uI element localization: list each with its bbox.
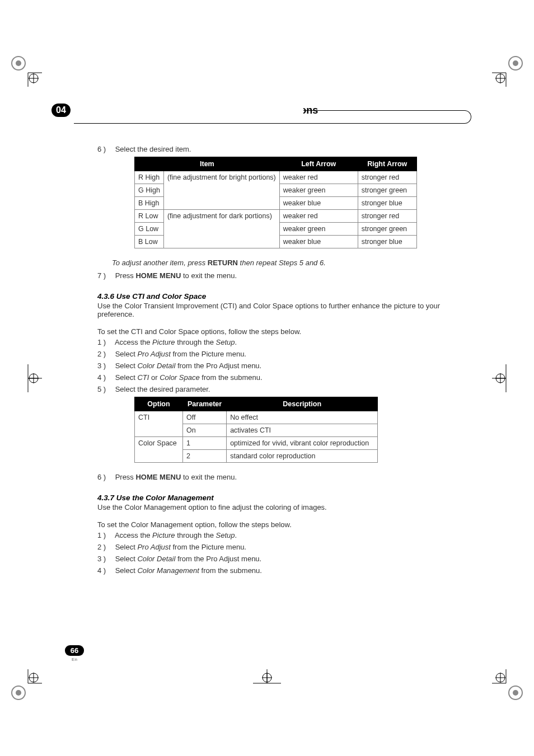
page-footer: 66 En <box>63 645 86 662</box>
table-header: Option <box>135 397 183 411</box>
crop-mark-icon <box>8 669 42 703</box>
table-row: R Low (fine adjustment for dark portions… <box>135 210 417 223</box>
step-1: 1 ) Access the Picture through the Setup… <box>97 531 471 539</box>
table-header: Left Arrow <box>279 157 358 171</box>
step-number: 6 ) <box>97 145 113 153</box>
section-heading-436: 4.3.6 Use CTI and Color Space <box>97 292 471 300</box>
svg-point-22 <box>513 690 518 696</box>
cti-colorspace-table: Option Parameter Description CTI Off No … <box>134 397 378 463</box>
table-header: Right Arrow <box>358 157 416 171</box>
crop-mark-icon <box>492 669 526 703</box>
step-5: 5 ) Select the desired parameter. <box>97 385 471 393</box>
step-4: 4 ) Select Color Management from the sub… <box>97 566 471 575</box>
svg-point-8 <box>513 60 518 66</box>
step-3: 3 ) Select Color Detail from the Pro Adj… <box>97 555 471 563</box>
step-2: 2 ) Select Pro Adjust from the Picture m… <box>97 350 471 358</box>
step-number: 7 ) <box>97 271 113 280</box>
rgb-adjustment-table: Item Left Arrow Right Arrow R High (fine… <box>134 157 417 248</box>
section-intro: Use the Color Management option to fine … <box>97 503 471 511</box>
table-row: Color Space 1 optimized for vivid, vibra… <box>135 437 378 450</box>
step-7: 7 ) Press HOME MENU to exit the menu. <box>97 271 471 280</box>
section-lead: To set the Color Management option, foll… <box>97 520 471 529</box>
step-6b: 6 ) Press HOME MENU to exit the menu. <box>97 473 471 481</box>
chapter-number-badge: 04 <box>51 104 71 117</box>
step-3: 3 ) Select Color Detail from the Pro Adj… <box>97 361 471 370</box>
table-header: Item <box>135 157 280 171</box>
chapter-header: 04 Additional Picture and Sound Adjustme… <box>63 104 471 117</box>
crop-mark-icon <box>250 669 284 703</box>
step-text: Select the desired item. <box>115 145 191 153</box>
step-6: 6 ) Select the desired item. <box>97 145 471 153</box>
section-lead: To set the CTI and Color Space options, … <box>97 327 471 336</box>
section-intro: Use the Color Transient Improvement (CTI… <box>97 302 471 318</box>
step-2: 2 ) Select Pro Adjust from the Picture m… <box>97 543 471 551</box>
svg-point-15 <box>16 690 21 696</box>
svg-point-1 <box>16 60 21 66</box>
crop-mark-icon <box>492 53 526 87</box>
table-row: R High (fine adjustment for bright porti… <box>135 171 417 184</box>
crop-mark-icon <box>492 361 526 395</box>
note-text: To adjust another item, press RETURN the… <box>112 259 471 267</box>
step-1: 1 ) Access the Picture through the Setup… <box>97 338 471 346</box>
table-header: Description <box>227 397 378 411</box>
section-heading-437: 4.3.7 Use the Color Management <box>97 494 471 502</box>
step-4: 4 ) Select CTI or Color Space from the s… <box>97 373 471 382</box>
page-language: En <box>63 657 86 662</box>
crop-mark-icon <box>8 361 42 395</box>
table-header: Parameter <box>183 397 227 411</box>
page-number: 66 <box>65 645 84 656</box>
page-content: 04 Additional Picture and Sound Adjustme… <box>63 104 471 578</box>
crop-mark-icon <box>8 53 42 87</box>
table-row: CTI Off No effect <box>135 411 378 424</box>
